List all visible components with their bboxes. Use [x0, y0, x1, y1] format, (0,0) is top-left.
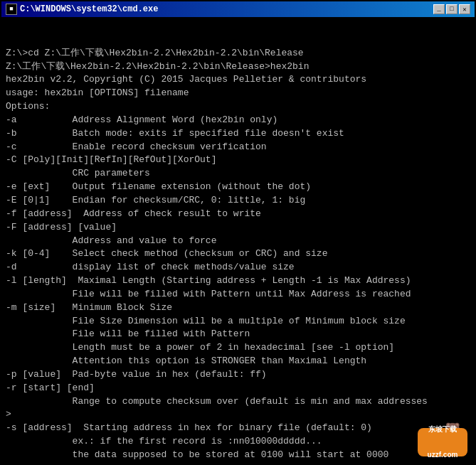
terminal-line: -b Batch mode: exits if specified file d… — [6, 127, 470, 141]
terminal-line: Z:\工作\下载\Hex2bin-2.2\Hex2bin-2.2\bin\Rel… — [6, 60, 470, 74]
terminal-line: -C [Poly][Init][RefIn][RefOut][XorOut] — [6, 154, 470, 167]
terminal-line: in the binary file. — [6, 462, 470, 464]
terminal-line: hex2bin v2.2, Copyright (C) 2015 Jacques… — [6, 73, 470, 87]
terminal-line: Address and value to force — [6, 235, 470, 248]
terminal-line: -s [address] Starting address in hex for… — [6, 422, 470, 435]
maximize-button[interactable]: □ — [446, 4, 458, 14]
terminal-line: > — [6, 408, 470, 422]
terminal-line: the data supposed to be stored at 0100 w… — [6, 449, 470, 462]
terminal-line: -d display list of check methods/value s… — [6, 261, 470, 274]
title-bar: ■ C:\WINDOWS\system32\cmd.exe _ □ ✕ — [1, 1, 475, 17]
cmd-window: ■ C:\WINDOWS\system32\cmd.exe _ □ ✕ Z:\>… — [0, 0, 476, 465]
terminal-line: Z:\>cd Z:\工作\下载\Hex2bin-2.2\Hex2bin-2.2\… — [6, 47, 470, 60]
terminal-line: -l [length] Maximal Length (Starting add… — [6, 274, 470, 288]
window-title: C:\WINDOWS\system32\cmd.exe — [20, 4, 158, 14]
terminal-line: CRC parameters — [6, 167, 470, 181]
terminal-line: -c Enable record checksum verification — [6, 141, 470, 154]
terminal-line: Length must be a power of 2 in hexadecim… — [6, 341, 470, 355]
terminal-line: -a Address Alignment Word (hex2bin only) — [6, 114, 470, 127]
title-bar-left: ■ C:\WINDOWS\system32\cmd.exe — [6, 4, 158, 15]
terminal-line: Attention this option is STRONGER than M… — [6, 355, 470, 368]
terminal-line: -m [size] Minimum Block Size — [6, 301, 470, 315]
terminal-line: Options: — [6, 100, 470, 114]
terminal-line: File will be filled with Pattern — [6, 328, 470, 341]
terminal-line: -F [address] [value] — [6, 221, 470, 235]
minimize-button[interactable]: _ — [433, 4, 445, 14]
title-bar-buttons: _ □ ✕ — [433, 4, 470, 14]
terminal-body[interactable]: Z:\>cd Z:\工作\下载\Hex2bin-2.2\Hex2bin-2.2\… — [1, 17, 475, 464]
terminal-line: -e [ext] Output filename extension (with… — [6, 181, 470, 194]
terminal-line: ex.: if the first record is :nn010000ddd… — [6, 435, 470, 449]
terminal-line: -p [value] Pad-byte value in hex (defaul… — [6, 368, 470, 382]
terminal-line: -f [address] Address of check result to … — [6, 208, 470, 221]
terminal-line: -k [0-4] Select check method (checksum o… — [6, 247, 470, 261]
close-button[interactable]: ✕ — [459, 4, 470, 14]
terminal-line: File Size Dimension will be a multiple o… — [6, 315, 470, 328]
terminal-content: Z:\>cd Z:\工作\下载\Hex2bin-2.2\Hex2bin-2.2\… — [6, 47, 470, 464]
terminal-line: usage: hex2bin [OPTIONS] filename — [6, 87, 470, 100]
terminal-line: -r [start] [end] — [6, 382, 470, 395]
terminal-line: File will be filled with Pattern until M… — [6, 288, 470, 301]
window-icon: ■ — [6, 4, 17, 15]
terminal-line: -E [0|1] Endian for checksum/CRC, 0: lit… — [6, 194, 470, 208]
terminal-line: Range to compute checksum over (default … — [6, 395, 470, 409]
